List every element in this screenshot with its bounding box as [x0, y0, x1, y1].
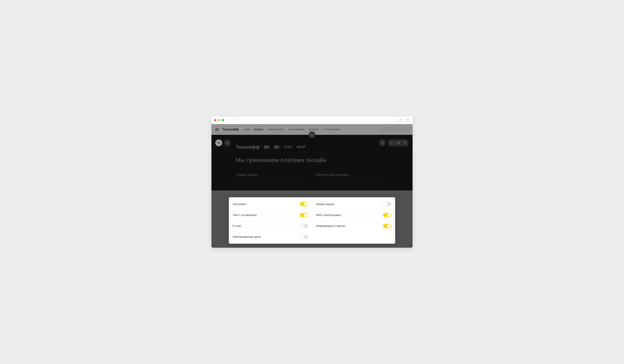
- mastercard-icon: [264, 145, 270, 149]
- setting-label: ФИО плательщика: [316, 213, 341, 217]
- user-area-blurred: [380, 128, 409, 131]
- forward-button[interactable]: [233, 118, 237, 122]
- mir-icon: МИР: [297, 145, 306, 149]
- nav-item-insurance[interactable]: СТРАХОВАНИЕ: [288, 128, 305, 131]
- window-controls: [214, 119, 224, 121]
- svg-point-3: [219, 143, 220, 144]
- setting-row: Фиксированная цена: [233, 231, 308, 242]
- setting-label: Фиксированная цена: [233, 235, 260, 238]
- toggle-off[interactable]: [383, 202, 391, 206]
- add-section-button[interactable]: [309, 131, 315, 138]
- delete-icon[interactable]: [401, 140, 408, 146]
- svg-point-1: [218, 142, 218, 143]
- setting-label: Текст соглашения: [233, 213, 257, 217]
- setting-row: Номер заказа: [316, 199, 391, 210]
- nav-item-travel[interactable]: ПУТЕШЕСТВИЯ: [323, 128, 340, 131]
- toggle-on[interactable]: ✓: [383, 213, 391, 217]
- move-up-icon[interactable]: [389, 140, 395, 146]
- brand-name: Тинькофф: [223, 128, 239, 131]
- back-button[interactable]: [228, 118, 233, 122]
- refresh-icon[interactable]: [379, 139, 386, 146]
- editor-zone: Тинькофф VISA МИР Мы принимаем платежи о…: [211, 135, 413, 190]
- tabs-button[interactable]: [405, 118, 410, 122]
- setting-row: E-mail: [233, 221, 308, 231]
- right-tools: [379, 139, 409, 146]
- titlebar: [211, 116, 413, 124]
- payment-title: Мы принимаем платежи онлайн: [235, 157, 389, 164]
- settings-panel: Заголовок✓Текст соглашения✓E-mailФиксиро…: [229, 197, 395, 244]
- toggle-on[interactable]: ✓: [383, 224, 391, 228]
- toggle-off[interactable]: [300, 234, 308, 239]
- setting-row: Текст соглашения✓: [233, 210, 308, 221]
- lower-zone: Заголовок✓Текст соглашения✓E-mailФиксиро…: [211, 190, 413, 248]
- minimize-window-button[interactable]: [218, 119, 220, 121]
- phone-input[interactable]: Контактный телефон: [316, 173, 389, 179]
- action-pill: [388, 139, 409, 146]
- menu-icon[interactable]: [215, 128, 219, 131]
- copy-icon[interactable]: [395, 140, 401, 146]
- setting-label: Информация о картах: [316, 224, 345, 228]
- text-align-icon[interactable]: [224, 139, 231, 146]
- share-button[interactable]: [398, 118, 403, 122]
- setting-label: E-mail: [233, 224, 241, 228]
- close-window-button[interactable]: [214, 119, 216, 121]
- svg-rect-8: [397, 142, 399, 144]
- setting-row: Информация о картах✓: [316, 221, 391, 231]
- toggle-on[interactable]: ✓: [300, 213, 308, 217]
- nav-item-business[interactable]: БИЗНЕС: [254, 128, 264, 131]
- nav-item-bank[interactable]: БАНК: [244, 128, 250, 131]
- brand-row: Тинькофф VISA МИР: [235, 144, 389, 150]
- nav-item-mobile[interactable]: МОБАЙЛ: [309, 128, 319, 131]
- maestro-icon: [274, 145, 280, 149]
- settings-toggle-icon[interactable]: [215, 139, 222, 146]
- setting-label: Номер заказа: [316, 203, 334, 206]
- toggle-off[interactable]: [300, 224, 308, 228]
- setting-row: Заголовок✓: [233, 199, 308, 210]
- setting-row: ФИО плательщика✓: [316, 210, 391, 221]
- visa-icon: VISA: [284, 145, 292, 149]
- main-nav: БАНК БИЗНЕС ИНВЕСТИЦИИ СТРАХОВАНИЕ МОБАЙ…: [244, 128, 340, 131]
- browser-window: Тинькофф БАНК БИЗНЕС ИНВЕСТИЦИИ СТРАХОВА…: [211, 116, 413, 248]
- maximize-window-button[interactable]: [222, 119, 224, 121]
- svg-rect-0: [406, 119, 408, 121]
- amount-input[interactable]: Сумма заказа: [235, 173, 308, 179]
- payment-brand: Тинькофф: [235, 144, 260, 150]
- toggle-on[interactable]: ✓: [300, 202, 308, 206]
- left-tools: [215, 139, 231, 146]
- setting-label: Заголовок: [233, 203, 246, 206]
- nav-item-invest[interactable]: ИНВЕСТИЦИИ: [268, 128, 284, 131]
